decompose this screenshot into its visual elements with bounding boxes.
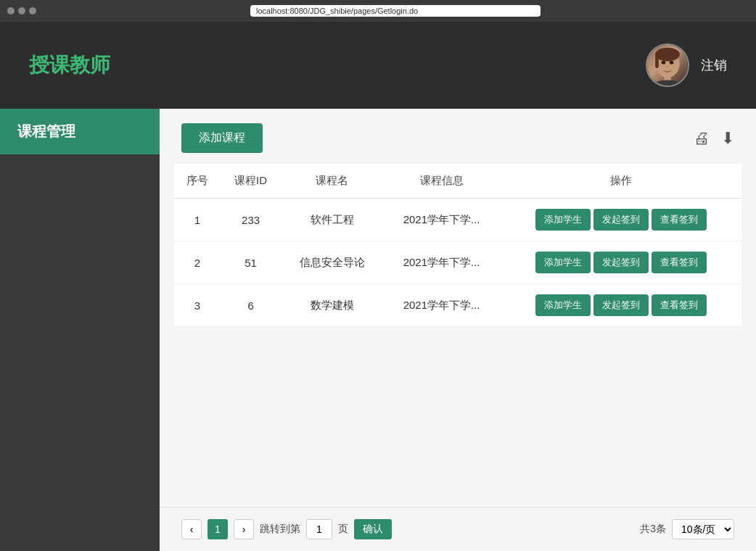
header-right: 注销 [646,44,727,87]
browser-dot-3 [29,7,36,14]
logout-button[interactable]: 注销 [701,57,727,74]
svg-rect-2 [655,54,659,68]
col-index: 序号 [174,164,221,199]
action-btn-查看签到[interactable]: 查看签到 [652,209,707,231]
prev-page-button[interactable]: ‹ [181,519,202,539]
action-btn-发起签到[interactable]: 发起签到 [593,294,649,316]
cell-actions: 添加学生发起签到查看签到 [500,284,741,327]
browser-url[interactable]: localhost:8080/JDG_shibie/pages/Getlogin… [250,5,541,17]
col-id: 课程ID [221,164,281,199]
cell-3: 2021学年下学... [383,241,500,284]
browser-dot-1 [7,7,15,14]
action-btn-发起签到[interactable]: 发起签到 [593,252,649,273]
current-page: 1 [208,519,228,539]
table-row: 36数学建模2021学年下学...添加学生发起签到查看签到 [174,284,741,327]
app-title: 授课教师 [29,51,110,79]
action-btn-添加学生[interactable]: 添加学生 [535,209,591,231]
page-size-select[interactable]: 10条/页 20条/页 50条/页 [672,519,734,539]
cell-2: 软件工程 [281,199,383,241]
sidebar: 课程管理 [0,109,160,551]
main-layout: 课程管理 添加课程 🖨 ⬇ 序号 课程ID 课程名 课程信息 操作 [0,109,756,551]
avatar-image [647,45,688,86]
toolbar-icons: 🖨 ⬇ [694,129,734,148]
add-course-button[interactable]: 添加课程 [181,123,263,153]
action-btn-发起签到[interactable]: 发起签到 [593,209,649,231]
cell-3: 2021学年下学... [383,199,500,241]
jump-to-label: 跳转到第 [260,523,300,536]
jump-input[interactable] [306,519,332,539]
table-row: 251信息安全导论2021学年下学...添加学生发起签到查看签到 [174,241,741,284]
col-name: 课程名 [281,164,383,199]
browser-dot-2 [18,7,25,14]
cell-1: 233 [221,199,281,241]
cell-2: 数学建模 [281,284,383,327]
download-icon[interactable]: ⬇ [721,129,734,148]
content-toolbar: 添加课程 🖨 ⬇ [160,109,756,164]
svg-point-7 [652,80,682,87]
col-actions: 操作 [500,164,741,199]
action-btn-查看签到[interactable]: 查看签到 [652,294,707,316]
cell-2: 信息安全导论 [281,241,383,284]
table-header-row: 序号 课程ID 课程名 课程信息 操作 [174,164,741,199]
cell-1: 6 [221,284,281,327]
cell-0: 3 [174,284,221,327]
col-info: 课程信息 [383,164,500,199]
course-table-container: 序号 课程ID 课程名 课程信息 操作 1233软件工程2021学年下学...添… [160,164,756,507]
svg-point-3 [662,61,666,65]
browser-dots [7,7,36,14]
page-label: 页 [338,523,348,536]
svg-point-1 [655,48,680,62]
cell-0: 1 [174,199,221,241]
content-area: 添加课程 🖨 ⬇ 序号 课程ID 课程名 课程信息 操作 [160,109,756,551]
cell-actions: 添加学生发起签到查看签到 [500,199,741,241]
table-row: 1233软件工程2021学年下学...添加学生发起签到查看签到 [174,199,741,241]
action-btn-查看签到[interactable]: 查看签到 [652,252,707,273]
cell-actions: 添加学生发起签到查看签到 [500,241,741,284]
pagination: ‹ 1 › 跳转到第 页 确认 共3条 10条/页 20条/页 50条/页 [160,507,756,551]
cell-1: 51 [221,241,281,284]
cell-0: 2 [174,241,221,284]
action-btn-添加学生[interactable]: 添加学生 [535,252,591,273]
print-icon[interactable]: 🖨 [694,129,710,148]
next-page-button[interactable]: › [234,519,254,539]
svg-point-4 [670,61,674,65]
cell-3: 2021学年下学... [383,284,500,327]
svg-point-5 [667,67,669,68]
sidebar-item-course-management[interactable]: 课程管理 [0,109,160,154]
course-table: 序号 课程ID 课程名 课程信息 操作 1233软件工程2021学年下学...添… [174,164,741,327]
total-count: 共3条 [640,523,666,536]
action-btn-添加学生[interactable]: 添加学生 [535,294,591,316]
avatar [646,44,689,87]
browser-chrome: localhost:8080/JDG_shibie/pages/Getlogin… [0,0,756,22]
confirm-jump-button[interactable]: 确认 [354,519,392,539]
app-header: 授课教师 [0,22,756,109]
